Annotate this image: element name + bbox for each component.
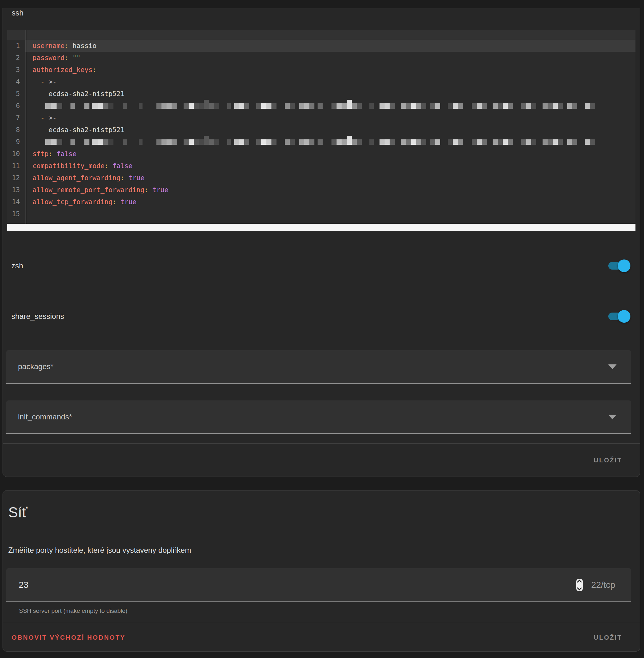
redaction-block <box>234 139 239 145</box>
redaction-block <box>440 103 448 109</box>
redaction-block <box>261 103 267 109</box>
redaction-block <box>477 139 482 145</box>
code-text: allow_tcp_forwarding: true <box>25 196 636 208</box>
redaction-block <box>123 103 128 109</box>
ssh-port-helper-text: SSH server port (make empty to disable) <box>19 607 640 614</box>
save-network-button[interactable]: ULOŽIT <box>594 634 622 641</box>
redaction-block <box>194 139 199 145</box>
redaction-block <box>435 139 440 145</box>
redaction-block <box>108 103 113 109</box>
redaction-block <box>318 139 323 145</box>
redaction-block <box>380 103 385 109</box>
redaction-block <box>513 139 521 145</box>
redaction-block <box>357 103 362 109</box>
code-line: 8 ecdsa-sha2-nistp521 <box>7 124 636 136</box>
line-number: 13 <box>7 184 25 196</box>
redaction-block <box>362 139 369 145</box>
packages-select[interactable]: packages* <box>6 350 631 384</box>
redacted-code-text <box>25 100 636 112</box>
redaction-block <box>521 139 526 145</box>
line-number: 6 <box>7 100 25 112</box>
redaction-block <box>503 103 508 109</box>
redaction-block <box>487 139 492 145</box>
redaction-block <box>416 103 421 109</box>
redaction-block <box>513 103 521 109</box>
init-commands-select[interactable]: init_commands* <box>6 401 631 434</box>
redaction-block <box>548 103 553 109</box>
redaction-block <box>315 139 318 145</box>
network-card-footer: OBNOVIT VÝCHOZÍ HODNOTY ULOŽIT <box>3 622 640 651</box>
redaction-block <box>103 139 108 145</box>
editor-horizontal-scrollbar[interactable] <box>7 224 636 231</box>
redaction-block <box>156 103 161 109</box>
redaction-block <box>416 139 421 145</box>
redaction-block <box>219 139 227 145</box>
redaction-block <box>285 139 290 145</box>
code-line: 9 <box>7 136 636 148</box>
redaction-block <box>166 103 171 109</box>
line-number: 7 <box>7 112 25 124</box>
redaction-block <box>531 103 536 109</box>
code-line: 3authorized_keys: <box>7 64 636 76</box>
redaction-block <box>103 103 108 109</box>
editor-top-padding <box>7 30 636 40</box>
redaction-block <box>572 103 577 109</box>
redaction-block <box>267 103 272 109</box>
code-line: 13allow_remote_port_forwarding: true <box>7 184 636 196</box>
redaction-block <box>177 139 184 145</box>
number-stepper[interactable] <box>576 579 583 591</box>
redaction-block <box>256 139 261 145</box>
share-sessions-toggle[interactable] <box>608 310 630 323</box>
redaction-block <box>84 103 89 109</box>
redaction-block <box>92 103 98 109</box>
packages-select-label: packages* <box>18 362 53 371</box>
ssh-port-field[interactable]: 22/tcp <box>6 568 631 602</box>
redaction-block <box>249 103 256 109</box>
redaction-block <box>543 103 548 109</box>
redaction-block <box>62 103 70 109</box>
redaction-block <box>184 139 189 145</box>
redaction-block <box>521 103 526 109</box>
line-number: 3 <box>7 64 25 76</box>
redaction-block <box>395 103 401 109</box>
redaction-block <box>331 103 337 109</box>
redaction-block <box>290 103 295 109</box>
redaction-block <box>477 103 482 109</box>
redaction-block <box>98 139 103 145</box>
redaction-block <box>261 139 267 145</box>
code-text: authorized_keys: <box>25 64 636 76</box>
code-text: allow_remote_port_forwarding: true <box>25 184 636 196</box>
redaction-block <box>209 139 214 145</box>
zsh-toggle[interactable] <box>608 259 630 272</box>
redaction-block <box>98 103 103 109</box>
redaction-block <box>347 136 352 145</box>
redaction-block <box>199 139 204 145</box>
redaction-block <box>234 103 239 109</box>
yaml-code-editor[interactable]: 1username: hassio2password: ""3authorize… <box>7 30 636 224</box>
redaction-block <box>189 139 194 145</box>
stepper-up-icon <box>577 579 582 584</box>
redaction-block <box>227 139 231 145</box>
redaction-block <box>430 103 435 109</box>
reset-defaults-button[interactable]: OBNOVIT VÝCHOZÍ HODNOTY <box>12 634 125 641</box>
redaction-block <box>385 139 390 145</box>
redaction-block <box>385 103 390 109</box>
redaction-block <box>458 139 463 145</box>
redaction-block <box>406 103 411 109</box>
ssh-port-input[interactable] <box>18 580 114 590</box>
redaction-block <box>448 103 453 109</box>
redaction-block <box>401 103 406 109</box>
redaction-block <box>299 139 304 145</box>
redaction-block <box>244 139 249 145</box>
code-text: - >- <box>25 76 636 88</box>
redaction-block <box>590 103 595 109</box>
line-number: 1 <box>7 40 25 52</box>
redaction-block <box>276 103 285 109</box>
chevron-down-icon <box>608 364 617 369</box>
save-config-button[interactable]: ULOŽIT <box>594 456 622 464</box>
redaction-block <box>352 139 357 145</box>
redaction-block <box>453 139 458 145</box>
redaction-block <box>448 139 453 145</box>
redaction-block <box>498 139 503 145</box>
redaction-block <box>472 103 477 109</box>
